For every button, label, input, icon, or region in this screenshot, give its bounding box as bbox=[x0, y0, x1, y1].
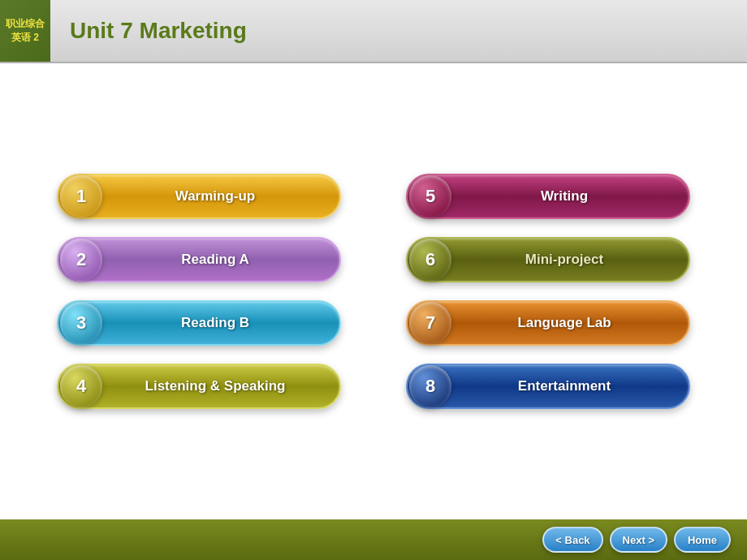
sidebar-line1: 职业综合 bbox=[6, 17, 45, 31]
back-button[interactable]: < Back bbox=[542, 527, 602, 553]
main-content: 1 Warming-up 5 Writing 2 Reading A 6 Min… bbox=[0, 63, 747, 519]
btn-7-label: Language Lab bbox=[451, 315, 689, 331]
btn-8-label: Entertainment bbox=[451, 378, 689, 394]
btn-2-label: Reading A bbox=[102, 252, 339, 268]
btn-8-ball: 8 bbox=[409, 365, 451, 407]
language-lab-button[interactable]: 7 Language Lab bbox=[406, 300, 690, 346]
reading-b-button[interactable]: 3 Reading B bbox=[57, 300, 341, 346]
btn-3-ball: 3 bbox=[60, 302, 102, 344]
buttons-grid: 1 Warming-up 5 Writing 2 Reading A 6 Min… bbox=[57, 174, 690, 409]
listening-speaking-button[interactable]: 4 Listening & Speaking bbox=[57, 364, 341, 409]
btn-2-ball: 2 bbox=[60, 239, 102, 281]
btn-4-label: Listening & Speaking bbox=[102, 378, 339, 394]
btn-5-label: Writing bbox=[451, 188, 689, 205]
sidebar-label: 职业综合 英语 2 bbox=[0, 0, 50, 62]
warming-up-button[interactable]: 1 Warming-up bbox=[57, 174, 341, 219]
header: 职业综合 英语 2 Unit 7 Marketing bbox=[0, 0, 747, 63]
sidebar-line2: 英语 2 bbox=[11, 31, 39, 45]
btn-4-ball: 4 bbox=[60, 365, 102, 407]
entertainment-button[interactable]: 8 Entertainment bbox=[406, 364, 690, 409]
btn-6-label: Mini-project bbox=[451, 252, 689, 268]
reading-a-button[interactable]: 2 Reading A bbox=[57, 237, 341, 282]
bottom-bar: < Back Next > Home bbox=[0, 519, 747, 560]
writing-button[interactable]: 5 Writing bbox=[406, 174, 690, 219]
next-button[interactable]: Next > bbox=[610, 527, 667, 553]
home-button[interactable]: Home bbox=[674, 527, 731, 553]
mini-project-button[interactable]: 6 Mini-project bbox=[406, 237, 690, 282]
btn-6-ball: 6 bbox=[409, 239, 451, 281]
page-title: Unit 7 Marketing bbox=[50, 0, 247, 62]
btn-1-ball: 1 bbox=[60, 175, 102, 218]
btn-1-label: Warming-up bbox=[102, 188, 339, 205]
btn-3-label: Reading B bbox=[102, 315, 339, 331]
btn-5-ball: 5 bbox=[409, 175, 451, 218]
btn-7-ball: 7 bbox=[409, 302, 451, 344]
